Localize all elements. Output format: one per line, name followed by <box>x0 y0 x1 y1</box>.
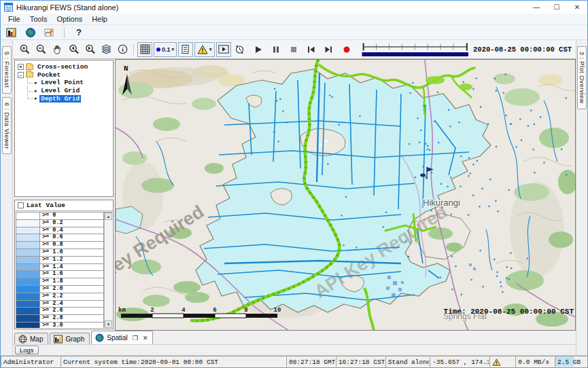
legend-scrollbar[interactable]: ▲ ▼ <box>104 213 112 328</box>
title-bar: Hikurangi FEWS (Stand alone) — ☐ ✕ <box>1 1 587 14</box>
slider-handle-end[interactable] <box>466 43 467 50</box>
layers-button[interactable] <box>99 42 114 57</box>
help-button[interactable]: ? <box>72 26 86 39</box>
reports-button[interactable] <box>5 26 18 39</box>
legend-row-label: >= 0.2 <box>40 220 104 227</box>
pan-hand-icon <box>52 43 63 55</box>
zoom-out-button[interactable] <box>33 42 48 57</box>
legend-color-swatch <box>16 257 40 264</box>
minimize-button[interactable]: — <box>526 1 547 14</box>
app-window: Hikurangi FEWS (Stand alone) — ☐ ✕ File … <box>0 0 588 368</box>
record-button[interactable] <box>340 43 353 56</box>
globe-grid-icon <box>18 335 27 344</box>
main-toolbar: ? <box>1 25 587 40</box>
menu-bar: File Tools Options Help <box>1 14 587 25</box>
clock-rotate-icon <box>234 43 245 55</box>
status-warning-cell[interactable] <box>489 356 515 367</box>
slider-handle-start[interactable] <box>362 43 364 50</box>
tree-item-pocket[interactable]: Pocket <box>36 71 62 79</box>
tree-item-depth-grid[interactable]: Depth Grid <box>39 95 81 103</box>
warnings-dropdown[interactable]: ▾ <box>194 42 215 57</box>
legend-toggle-button[interactable] <box>178 42 193 57</box>
dock-tab-data-viewer[interactable]: 6 : Data Viewer <box>2 97 12 155</box>
legend-row[interactable]: >= 0.2 <box>16 220 104 227</box>
tab-maximize-icon[interactable]: ❒ <box>133 335 138 342</box>
tree-collapse-icon[interactable]: - <box>18 72 24 78</box>
tree-item-level-point[interactable]: Level Point <box>39 79 85 86</box>
zoom-in-button[interactable] <box>17 42 32 57</box>
animation-window-button[interactable] <box>216 42 231 57</box>
timeseries-button[interactable] <box>43 26 56 39</box>
stop-button[interactable] <box>287 43 300 56</box>
tab-map-label: Map <box>30 335 43 343</box>
legend-color-swatch <box>16 308 40 315</box>
scale-tick-label: 4 <box>181 307 186 314</box>
legend-color-swatch <box>16 286 40 293</box>
tree-item-cross-section[interactable]: Cross-section <box>36 63 89 71</box>
bar-chart-icon <box>6 27 17 38</box>
menu-options[interactable]: Options <box>52 14 87 24</box>
status-transfer-rate: 0.0 MB/s <box>515 356 555 367</box>
tree-item-level-grid[interactable]: Level Grid <box>39 87 81 94</box>
tree-row: ● Depth Grid <box>18 94 113 103</box>
pan-button[interactable] <box>50 42 65 57</box>
town-label: Hikurangi <box>423 198 460 208</box>
zoom-next-button[interactable] <box>82 42 97 57</box>
skip-to-end-button[interactable] <box>322 43 336 56</box>
scroll-up-icon[interactable]: ▲ <box>105 213 112 220</box>
tree-connector <box>27 78 33 84</box>
legend-row[interactable]: >= 1.2 <box>16 257 104 264</box>
skip-to-start-button[interactable] <box>305 43 318 56</box>
legend-row[interactable]: >= 3.0 <box>16 323 104 328</box>
legend-color-swatch <box>16 220 40 227</box>
close-button[interactable]: ✕ <box>567 1 587 14</box>
menu-tools[interactable]: Tools <box>25 14 52 24</box>
zoom-previous-button[interactable] <box>66 42 81 57</box>
last-value-checkbox[interactable] <box>18 202 24 208</box>
scale-tick-label: 8 <box>244 307 247 314</box>
toolbar-separator <box>64 27 65 38</box>
globe-icon <box>25 27 36 38</box>
tab-map[interactable]: Map <box>14 333 48 344</box>
status-system-time: Current system time:2020-09-01 00:00 CST <box>60 356 286 367</box>
tree-row: + Cross-section <box>18 63 113 71</box>
maximize-button[interactable]: ☐ <box>547 1 567 14</box>
play-icon <box>254 45 262 54</box>
stop-icon <box>290 45 298 54</box>
menu-help[interactable]: Help <box>87 14 112 24</box>
info-icon: i <box>117 43 128 55</box>
time-slider-track <box>362 41 468 58</box>
tab-close-icon[interactable]: ✕ <box>143 335 148 342</box>
dock-tab-plot-overview[interactable]: 3 : Plot Overview <box>577 46 587 109</box>
legend-row[interactable]: >= 2.2 <box>16 293 104 301</box>
legend-color-swatch <box>16 301 40 308</box>
tree-expand-icon[interactable]: + <box>18 64 24 70</box>
node-bullet-icon: ● <box>34 96 37 101</box>
logs-button[interactable]: Logs <box>15 346 39 354</box>
tab-graph[interactable]: Graph <box>50 333 90 344</box>
map-display-button[interactable] <box>24 26 37 39</box>
time-slider[interactable] <box>362 41 468 58</box>
grid-display-button[interactable] <box>137 42 152 57</box>
timeline-datetime: 2020-08-25 00:00:00 CST <box>470 45 573 54</box>
menu-file[interactable]: File <box>3 14 25 24</box>
spatial-map[interactable]: API Key Required <box>116 60 576 331</box>
animation-settings-button[interactable] <box>232 42 247 57</box>
threshold-dropdown[interactable]: 0.1 ▾ <box>154 42 177 57</box>
app-logo-icon <box>4 3 13 12</box>
legend-icon <box>181 44 190 54</box>
status-bar: Administrator Current system time:2020-0… <box>1 355 587 367</box>
info-button[interactable]: i <box>115 42 130 57</box>
tab-spatial[interactable]: Spatial ❒ ✕ <box>91 331 153 344</box>
zoom-next-icon <box>84 43 96 55</box>
legend-color-swatch <box>16 323 40 328</box>
legend-header: Last Value <box>15 200 113 211</box>
pause-button[interactable] <box>269 43 283 56</box>
bar-chart-icon <box>54 335 63 344</box>
play-button[interactable] <box>252 43 265 56</box>
scale-tick-label: 2 <box>150 307 154 314</box>
map-canvas[interactable]: API Key Required <box>115 59 576 331</box>
class-break-dot-icon <box>156 48 160 52</box>
dock-tab-forecast[interactable]: 5 : Forecast <box>2 46 12 94</box>
scroll-down-icon[interactable]: ▼ <box>105 320 112 328</box>
